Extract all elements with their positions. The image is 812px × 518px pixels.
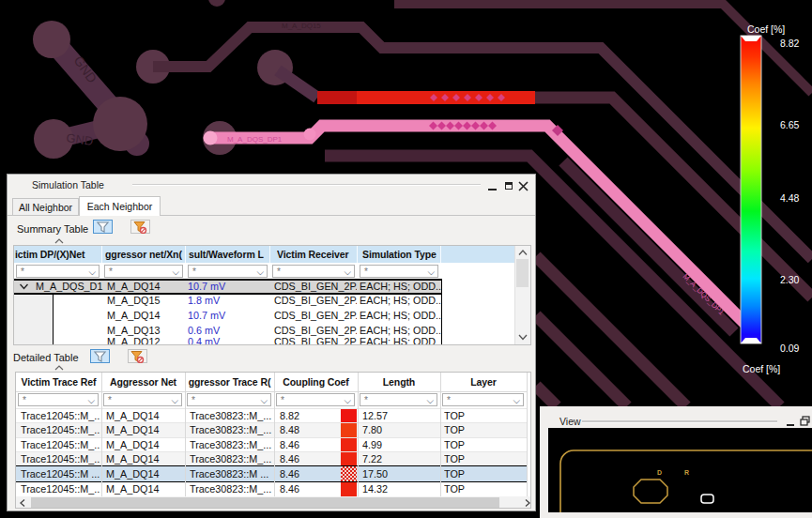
svg-text:8.82: 8.82 [780,38,800,49]
svg-text:Coef [%]: Coef [%] [747,23,785,35]
svg-text:Coef [%]: Coef [%] [743,363,780,374]
svg-text:6.65: 6.65 [780,119,800,130]
svg-text:M_A_DQS_DP1: M_A_DQS_DP1 [227,135,283,144]
svg-text:D: D [657,469,662,476]
svg-text:R: R [684,469,689,476]
svg-text:4.48: 4.48 [780,192,800,204]
svg-text:2.30: 2.30 [780,274,800,285]
svg-text:M_A_DQ15: M_A_DQ15 [282,22,321,30]
svg-text:0.09: 0.09 [780,343,800,354]
